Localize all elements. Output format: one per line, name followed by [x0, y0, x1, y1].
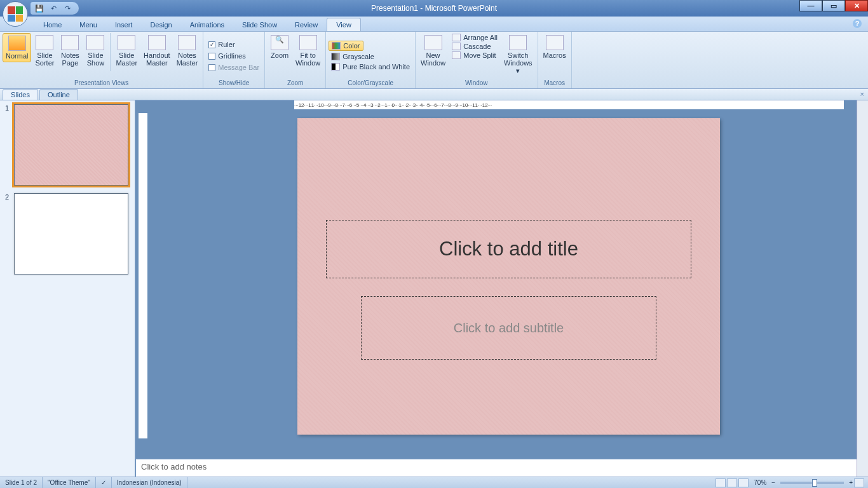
notes-pane[interactable]: Click to add notes: [136, 459, 857, 477]
group-zoom: 🔍Zoom Fit to Window Zoom: [265, 32, 326, 88]
tab-slides[interactable]: Slides: [3, 89, 38, 100]
btn-slide-master[interactable]: Slide Master: [113, 33, 140, 69]
panel-close-icon[interactable]: ×: [860, 90, 864, 98]
btn-zoom[interactable]: 🔍Zoom: [268, 33, 292, 61]
fit-to-window-button[interactable]: [854, 478, 864, 487]
help-icon[interactable]: ?: [853, 19, 862, 28]
status-slide-number: Slide 1 of 2: [0, 477, 43, 488]
btn-notes-master[interactable]: Notes Master: [174, 33, 201, 69]
minimize-button[interactable]: —: [799, 0, 822, 11]
normal-view-icon: [8, 36, 26, 51]
thumb-wrap-2[interactable]: 2: [4, 193, 131, 274]
btn-handout-master[interactable]: Handout Master: [141, 33, 173, 69]
vertical-ruler: [139, 113, 147, 438]
close-button[interactable]: ✕: [845, 0, 868, 11]
slide-editor: ···12···11···10···9···8···7···6···5···4·…: [135, 100, 857, 477]
chevron-down-icon: ▾: [516, 67, 520, 74]
check-ruler[interactable]: ✓Ruler: [206, 39, 237, 50]
new-window-icon: [424, 35, 442, 50]
group-label-colorgray: Color/Grayscale: [329, 79, 412, 87]
tab-menu[interactable]: Menu: [71, 18, 106, 31]
macros-icon: [546, 35, 564, 50]
zoom-in-button[interactable]: +: [849, 479, 853, 486]
btn-cascade[interactable]: Cascade: [449, 42, 500, 51]
switch-windows-icon: [509, 35, 527, 50]
thumb-wrap-1[interactable]: 1: [4, 104, 131, 186]
tab-slideshow[interactable]: Slide Show: [233, 18, 286, 31]
group-macros: Macros Macros: [538, 32, 572, 88]
group-label-macros: Macros: [541, 79, 569, 87]
btn-slide-sorter[interactable]: Slide Sorter: [32, 33, 57, 69]
arrange-all-icon: [452, 34, 461, 41]
btn-slide-show[interactable]: Slide Show: [83, 33, 107, 69]
zoom-out-button[interactable]: −: [771, 479, 775, 486]
maximize-button[interactable]: ▭: [822, 0, 845, 11]
thumb-number: 2: [5, 193, 9, 201]
undo-icon[interactable]: ↶: [48, 3, 58, 13]
zoom-slider[interactable]: [780, 482, 844, 484]
group-presentation-views: Normal Slide Sorter Notes Page Slide Sho…: [0, 32, 203, 88]
slide-canvas[interactable]: Click to add title Click to add subtitle: [297, 118, 720, 435]
tab-review[interactable]: Review: [286, 18, 327, 31]
group-label-views: Presentation Views: [3, 79, 200, 87]
btn-new-window[interactable]: New Window: [418, 33, 448, 69]
btn-grayscale[interactable]: Grayscale: [329, 52, 377, 61]
subtitle-placeholder[interactable]: Click to add subtitle: [361, 296, 656, 360]
group-label-showhide: Show/Hide: [206, 79, 262, 87]
tab-home[interactable]: Home: [34, 18, 71, 31]
bw-icon: [331, 63, 340, 71]
ribbon: Normal Slide Sorter Notes Page Slide Sho…: [0, 32, 868, 89]
tab-design[interactable]: Design: [141, 18, 180, 31]
btn-switch-windows[interactable]: Switch Windows▾: [501, 33, 535, 76]
tab-animations[interactable]: Animations: [181, 18, 233, 31]
status-spellcheck-icon[interactable]: ✓: [96, 477, 112, 488]
notes-page-icon: [61, 35, 79, 50]
btn-pure-bw[interactable]: Pure Black and White: [329, 62, 412, 71]
check-gridlines[interactable]: Gridlines: [206, 51, 248, 61]
grayscale-icon: [331, 53, 340, 60]
status-language[interactable]: Indonesian (Indonesia): [112, 477, 187, 488]
group-color-grayscale: Color Grayscale Pure Black and White Col…: [326, 32, 416, 88]
vertical-scrollbar[interactable]: [857, 100, 868, 477]
horizontal-ruler: ···12···11···10···9···8···7···6···5···4·…: [294, 100, 844, 109]
btn-move-split[interactable]: Move Split: [449, 51, 500, 60]
redo-icon[interactable]: ↷: [62, 3, 72, 13]
window-title: Presentation1 - Microsoft PowerPoint: [371, 4, 497, 13]
fit-window-icon: [299, 35, 317, 50]
check-message-bar: Message Bar: [206, 62, 262, 72]
view-slideshow-icon[interactable]: [738, 478, 749, 487]
title-placeholder[interactable]: Click to add title: [326, 220, 691, 278]
btn-arrange-all[interactable]: Arrange All: [449, 33, 500, 42]
slide-master-icon: [118, 35, 135, 50]
slide-thumbnails-panel: 1 2: [0, 100, 135, 477]
thumb-number: 1: [5, 104, 9, 112]
quick-access-toolbar: 💾 ↶ ↷: [31, 2, 79, 15]
notes-master-icon: [178, 35, 196, 50]
title-bar: 💾 ↶ ↷ Presentation1 - Microsoft PowerPoi…: [0, 0, 868, 17]
btn-macros[interactable]: Macros: [541, 33, 569, 61]
tab-view[interactable]: View: [327, 18, 361, 31]
cascade-icon: [452, 43, 461, 50]
btn-color[interactable]: Color: [329, 41, 363, 51]
office-logo-icon: [8, 6, 23, 22]
btn-normal[interactable]: Normal: [3, 33, 31, 62]
workspace: 1 2 ···12···11···10···9···8···7···6···5·…: [0, 100, 868, 477]
zoom-icon: 🔍: [271, 35, 288, 50]
group-label-zoom: Zoom: [268, 79, 323, 87]
slide-thumbnail-2[interactable]: [14, 193, 128, 274]
view-normal-icon[interactable]: [715, 478, 726, 487]
status-bar: Slide 1 of 2 "Office Theme" ✓ Indonesian…: [0, 477, 868, 488]
btn-notes-page[interactable]: Notes Page: [58, 33, 82, 69]
save-icon[interactable]: 💾: [34, 3, 44, 13]
group-window: New Window Arrange All Cascade Move Spli…: [416, 32, 538, 88]
zoom-level: 70%: [754, 479, 766, 486]
move-split-icon: [452, 51, 461, 59]
group-label-window: Window: [418, 79, 535, 87]
tab-insert[interactable]: Insert: [106, 18, 142, 31]
view-sorter-icon[interactable]: [727, 478, 737, 487]
office-button[interactable]: [3, 1, 28, 27]
tab-outline[interactable]: Outline: [39, 89, 78, 100]
btn-fit-to-window[interactable]: Fit to Window: [293, 33, 323, 69]
group-show-hide: ✓Ruler Gridlines Message Bar Show/Hide: [203, 32, 265, 88]
slide-thumbnail-1[interactable]: [14, 104, 128, 186]
